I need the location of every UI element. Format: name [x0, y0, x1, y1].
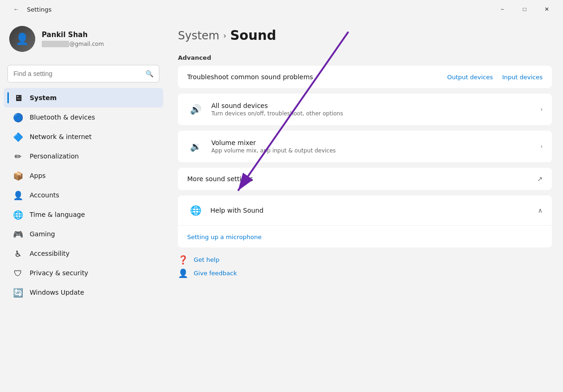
get-help-text[interactable]: Get help: [194, 256, 219, 263]
breadcrumb-sep: ›: [223, 31, 227, 40]
get-help-icon: ❓: [178, 255, 188, 265]
breadcrumb: System › Sound: [178, 28, 552, 43]
back-icon: ←: [13, 6, 19, 13]
all-sound-title: All sound devices: [211, 102, 533, 109]
app-body: 👤 Pankil Shah ██████@gmail.com 🔍 🖥System…: [0, 19, 563, 392]
get-help-row[interactable]: ❓ Get help: [178, 255, 552, 265]
sidebar-item-label-windows-update: Windows Update: [30, 289, 84, 296]
sidebar-item-label-privacy: Privacy & security: [30, 269, 88, 277]
sidebar: 👤 Pankil Shah ██████@gmail.com 🔍 🖥System…: [0, 19, 167, 392]
windows-update-nav-icon: 🔄: [13, 287, 23, 297]
accessibility-nav-icon: ♿: [13, 248, 23, 259]
sidebar-item-label-system: System: [30, 94, 57, 101]
input-devices-link[interactable]: Input devices: [502, 74, 543, 81]
sidebar-item-network[interactable]: 🔷Network & internet: [4, 127, 163, 146]
volume-mixer-text: Volume mixer App volume mix, app input &…: [211, 139, 533, 154]
more-sound-text: More sound settings: [187, 175, 530, 183]
sidebar-item-bluetooth[interactable]: 🔵Bluetooth & devices: [4, 107, 163, 127]
troubleshoot-links: Output devices Input devices: [447, 74, 543, 81]
window-controls: − □ ✕: [492, 2, 557, 17]
maximize-button[interactable]: □: [514, 2, 535, 17]
sidebar-item-label-bluetooth: Bluetooth & devices: [30, 114, 95, 121]
system-nav-icon: 🖥: [13, 93, 23, 103]
give-feedback-text[interactable]: Give feedback: [194, 270, 237, 277]
time-nav-icon: 🌐: [13, 209, 23, 220]
apps-nav-icon: 📦: [13, 171, 23, 181]
sidebar-item-label-gaming: Gaming: [30, 230, 55, 238]
help-title: Help with Sound: [210, 207, 531, 214]
search-input[interactable]: [13, 70, 142, 77]
avatar-image: 👤: [9, 26, 35, 52]
volume-mixer-chevron: ›: [540, 143, 543, 150]
titlebar-title: Settings: [27, 6, 492, 13]
all-sound-chevron: ›: [540, 106, 543, 113]
sidebar-item-label-network: Network & internet: [30, 133, 92, 140]
volume-mixer-icon: 🔉: [187, 138, 204, 155]
personalization-nav-icon: ✏️: [13, 151, 23, 161]
network-nav-icon: 🔷: [13, 132, 23, 142]
give-feedback-icon: 👤: [178, 268, 188, 278]
sidebar-item-label-apps: Apps: [30, 172, 46, 179]
breadcrumb-system[interactable]: System: [178, 29, 220, 42]
privacy-nav-icon: 🛡: [13, 268, 23, 278]
user-name: Pankil Shah: [42, 31, 104, 39]
search-box: 🔍: [7, 65, 159, 82]
output-devices-link[interactable]: Output devices: [447, 74, 493, 81]
volume-mixer-row[interactable]: 🔉 Volume mixer App volume mix, app input…: [178, 131, 552, 162]
all-sound-row[interactable]: 🔊 All sound devices Turn devices on/off,…: [178, 94, 552, 125]
nav-list: 🖥System🔵Bluetooth & devices🔷Network & in…: [0, 88, 167, 302]
help-chevron: ∧: [538, 207, 543, 214]
sidebar-item-time[interactable]: 🌐Time & language: [4, 205, 163, 224]
close-button[interactable]: ✕: [536, 2, 557, 17]
sidebar-item-accounts[interactable]: 👤Accounts: [4, 185, 163, 205]
sidebar-item-system[interactable]: 🖥System: [4, 88, 163, 107]
breadcrumb-current: Sound: [230, 28, 276, 43]
all-sound-card: 🔊 All sound devices Turn devices on/off,…: [178, 94, 552, 125]
sidebar-item-label-time: Time & language: [30, 211, 85, 218]
user-email: ██████@gmail.com: [42, 41, 104, 47]
sidebar-item-label-accessibility: Accessibility: [30, 250, 70, 257]
all-sound-icon: 🔊: [187, 101, 204, 118]
more-sound-row[interactable]: More sound settings ↗: [178, 168, 552, 190]
user-info: Pankil Shah ██████@gmail.com: [42, 31, 104, 47]
help-header[interactable]: 🌐 Help with Sound ∧: [178, 196, 552, 226]
sidebar-item-apps[interactable]: 📦Apps: [4, 166, 163, 185]
titlebar: ← Settings − □ ✕: [0, 0, 563, 19]
sidebar-item-privacy[interactable]: 🛡Privacy & security: [4, 263, 163, 283]
help-body: Setting up a microphone: [178, 226, 552, 247]
gaming-nav-icon: 🎮: [13, 229, 23, 239]
troubleshoot-card: Troubleshoot common sound problems Outpu…: [178, 66, 552, 88]
back-button[interactable]: ←: [6, 2, 27, 17]
troubleshoot-text: Troubleshoot common sound problems: [187, 73, 440, 81]
volume-mixer-sub: App volume mix, app input & output devic…: [211, 147, 533, 154]
content-wrapper: System › Sound Advanced Troubleshoot com…: [167, 19, 563, 392]
user-profile[interactable]: 👤 Pankil Shah ██████@gmail.com: [0, 19, 167, 59]
more-sound-card: More sound settings ↗: [178, 168, 552, 190]
bottom-links: ❓ Get help 👤 Give feedback: [178, 255, 552, 278]
avatar: 👤: [9, 26, 35, 52]
troubleshoot-row: Troubleshoot common sound problems Outpu…: [178, 66, 552, 88]
help-icon: 🌐: [187, 202, 204, 219]
advanced-section-label: Advanced: [178, 54, 552, 61]
email-blur: ██████: [42, 41, 69, 47]
sidebar-item-accessibility[interactable]: ♿Accessibility: [4, 244, 163, 263]
all-sound-text: All sound devices Turn devices on/off, t…: [211, 102, 533, 117]
sidebar-item-gaming[interactable]: 🎮Gaming: [4, 224, 163, 244]
sidebar-item-windows-update[interactable]: 🔄Windows Update: [4, 283, 163, 302]
setting-up-mic-link[interactable]: Setting up a microphone: [187, 234, 262, 240]
sidebar-item-personalization[interactable]: ✏️Personalization: [4, 146, 163, 166]
all-sound-sub: Turn devices on/off, troubleshoot, other…: [211, 110, 533, 117]
give-feedback-row[interactable]: 👤 Give feedback: [178, 268, 552, 278]
bluetooth-nav-icon: 🔵: [13, 112, 23, 122]
search-container: 🔍: [0, 63, 167, 88]
minimize-button[interactable]: −: [492, 2, 513, 17]
volume-mixer-title: Volume mixer: [211, 139, 533, 146]
search-icon: 🔍: [145, 70, 153, 77]
sidebar-item-label-personalization: Personalization: [30, 152, 79, 160]
volume-mixer-card: 🔉 Volume mixer App volume mix, app input…: [178, 131, 552, 162]
accounts-nav-icon: 👤: [13, 190, 23, 200]
content: System › Sound Advanced Troubleshoot com…: [167, 19, 563, 287]
sidebar-item-label-accounts: Accounts: [30, 191, 59, 199]
help-card: 🌐 Help with Sound ∧ Setting up a microph…: [178, 196, 552, 247]
external-link-icon: ↗: [537, 175, 543, 183]
